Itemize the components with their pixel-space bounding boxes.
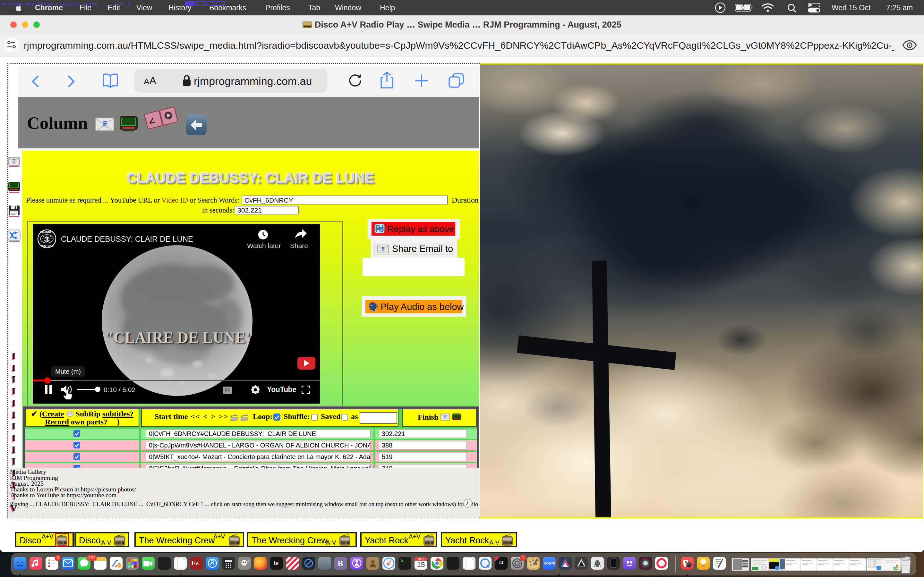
svg-text:3: 3 [45,235,49,244]
svg-text:YOUTUBE: YOUTUBE [40,244,53,247]
svg-text:CHANNEL: CHANNEL [40,230,53,234]
